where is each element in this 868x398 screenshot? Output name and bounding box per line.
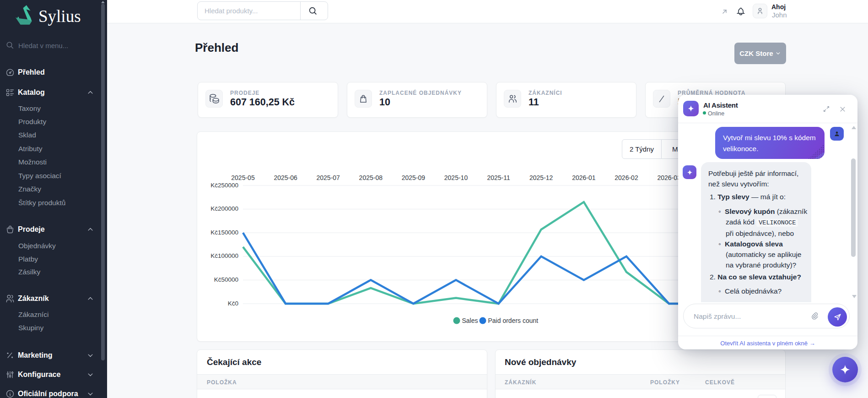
svg-text:Kč100000: Kč100000: [210, 252, 238, 259]
svg-text:Kč200000: Kč200000: [210, 205, 238, 212]
svg-text:Kč250000: Kč250000: [210, 182, 238, 189]
svg-text:2025-09: 2025-09: [402, 174, 426, 181]
svg-text:2025-07: 2025-07: [317, 174, 340, 181]
svg-text:Kč50000: Kč50000: [214, 276, 238, 283]
svg-text:2025-12: 2025-12: [529, 174, 553, 181]
svg-text:2025-08: 2025-08: [359, 174, 383, 181]
svg-text:Paid orders count: Paid orders count: [488, 317, 539, 324]
svg-text:Sales: Sales: [462, 317, 478, 324]
svg-text:Kč150000: Kč150000: [210, 229, 238, 236]
svg-text:2025-06: 2025-06: [274, 174, 297, 181]
svg-text:2026-02: 2026-02: [615, 174, 638, 181]
svg-text:2025-05: 2025-05: [231, 174, 255, 181]
svg-text:2026-03: 2026-03: [657, 174, 681, 181]
svg-text:2026-01: 2026-01: [572, 174, 596, 181]
svg-text:2025-10: 2025-10: [444, 174, 468, 181]
svg-text:2025-11: 2025-11: [487, 174, 510, 181]
svg-text:Kč0: Kč0: [228, 300, 238, 307]
